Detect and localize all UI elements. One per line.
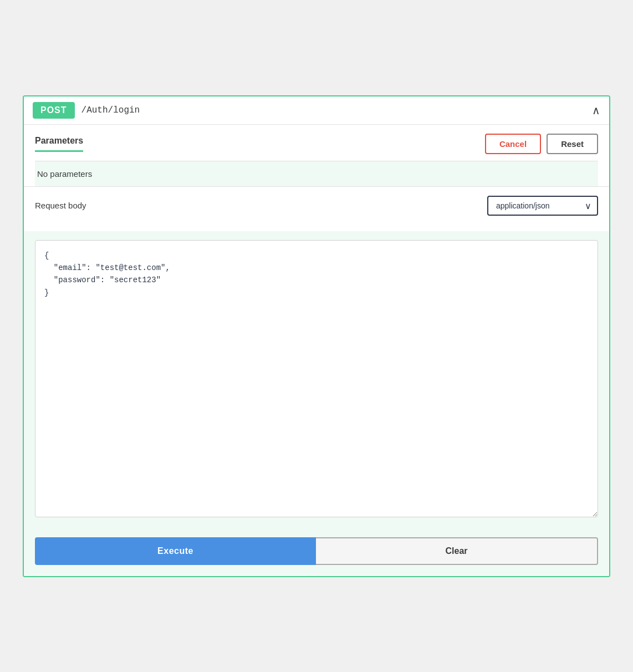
execute-button[interactable]: Execute <box>35 537 316 565</box>
panel-header: POST /Auth/login ∧ <box>24 96 609 125</box>
tab-actions: Cancel Reset <box>485 134 598 154</box>
endpoint-path: /Auth/login <box>81 105 585 115</box>
content-type-select[interactable]: application/json text/plain <box>487 196 598 216</box>
cancel-button[interactable]: Cancel <box>485 134 541 154</box>
no-params-text: No parameters <box>37 169 92 179</box>
content-type-wrapper: application/json text/plain <box>487 196 598 216</box>
no-params-bar: No parameters <box>35 161 598 186</box>
collapse-icon[interactable]: ∧ <box>592 104 600 117</box>
execute-section: Execute Clear <box>24 528 609 576</box>
code-editor-wrapper: { "email": "test@test.com", "password": … <box>24 231 609 528</box>
request-body-section: Request body application/json text/plain <box>24 186 609 231</box>
clear-button[interactable]: Clear <box>316 537 598 565</box>
panel-body: Parameters Cancel Reset No parameters Re… <box>24 125 609 576</box>
request-body-textarea[interactable]: { "email": "test@test.com", "password": … <box>35 240 598 517</box>
reset-button[interactable]: Reset <box>547 134 598 154</box>
method-badge[interactable]: POST <box>33 102 75 119</box>
request-body-label: Request body <box>35 201 86 210</box>
parameters-tab-label[interactable]: Parameters <box>35 136 83 152</box>
request-body-header: Request body application/json text/plain <box>35 196 598 216</box>
swagger-panel: POST /Auth/login ∧ Parameters Cancel Res… <box>23 95 610 577</box>
parameters-section: Parameters Cancel Reset No parameters <box>24 125 609 186</box>
section-tabs: Parameters Cancel Reset <box>35 134 598 154</box>
